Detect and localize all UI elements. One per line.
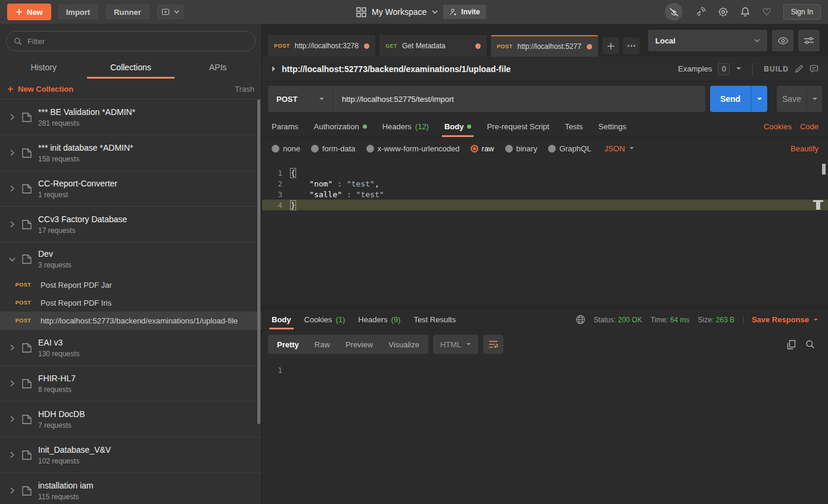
filter-input[interactable] xyxy=(27,37,248,46)
tab-body[interactable]: Body xyxy=(444,116,472,137)
cookies-link[interactable]: Cookies xyxy=(764,122,792,131)
tab-history[interactable]: History xyxy=(0,56,87,79)
environment-settings-button[interactable] xyxy=(798,30,820,51)
editor-scrollbar[interactable] xyxy=(822,164,826,175)
save-response-button[interactable]: Save Response xyxy=(743,315,818,324)
heart-icon[interactable]: ♡ xyxy=(762,7,771,17)
chevron-right-icon[interactable] xyxy=(6,452,18,458)
code-link[interactable]: Code xyxy=(800,122,818,131)
chevron-right-icon[interactable] xyxy=(6,344,18,351)
new-collection-button[interactable]: New Collection xyxy=(7,85,73,94)
request-item[interactable]: POST Post Report PDF Jar xyxy=(0,276,262,294)
workspace-selector[interactable]: My Workspace xyxy=(372,7,427,17)
response-format-select[interactable]: HTML xyxy=(433,335,478,354)
chevron-down-icon[interactable] xyxy=(6,257,18,262)
chevron-right-icon[interactable] xyxy=(6,221,18,228)
mode-urlencoded[interactable]: x-www-form-urlencoded xyxy=(366,144,460,153)
save-button[interactable]: Save xyxy=(777,86,807,112)
chevron-down-icon[interactable] xyxy=(432,10,438,14)
new-window-button[interactable] xyxy=(156,4,185,20)
tab-params[interactable]: Params xyxy=(272,116,298,137)
response-tab-cookies[interactable]: Cookies(1) xyxy=(304,310,345,329)
mode-binary[interactable]: binary xyxy=(505,144,537,153)
environment-select[interactable]: Local xyxy=(648,30,767,51)
tab-collections[interactable]: Collections xyxy=(87,56,174,79)
collection-item[interactable]: FHIR-HL78 requests xyxy=(0,366,262,402)
response-tab-test-results[interactable]: Test Results xyxy=(413,310,456,329)
response-body-editor[interactable]: 1 xyxy=(262,359,828,504)
settings-gear-icon[interactable] xyxy=(718,7,729,17)
build-label[interactable]: BUILD xyxy=(764,65,789,73)
import-button[interactable]: Import xyxy=(57,4,99,20)
workspace-grid-icon[interactable] xyxy=(356,7,366,17)
collection-item[interactable]: CC-Report-Converter1 request xyxy=(0,171,262,207)
send-options-button[interactable] xyxy=(751,86,767,112)
tab-headers[interactable]: Headers(12) xyxy=(382,116,429,137)
collection-item[interactable]: *** BE Validation *ADMIN*281 requests xyxy=(0,99,262,135)
language-select[interactable]: JSON xyxy=(604,144,634,153)
sign-in-button[interactable]: Sign In xyxy=(783,4,821,20)
invite-button[interactable]: Invite xyxy=(443,5,485,19)
chevron-right-icon[interactable] xyxy=(6,185,18,192)
collection-item-dev[interactable]: Dev3 requests xyxy=(0,242,262,276)
request-item[interactable]: POST Post Report PDF Iris xyxy=(0,294,262,312)
trash-button[interactable]: Trash xyxy=(235,85,254,94)
collection-item[interactable]: HDH DocDB7 requests xyxy=(0,402,262,437)
tab-prerequest-script[interactable]: Pre-request Script xyxy=(487,116,549,137)
tab-tests[interactable]: Tests xyxy=(565,116,583,137)
send-button[interactable]: Send xyxy=(710,86,751,112)
view-pretty[interactable]: Pretty xyxy=(269,335,307,354)
request-body-editor[interactable]: 1 { 2 "nom" : "test", 3 "salle" : "test"… xyxy=(262,159,828,310)
copy-icon[interactable] xyxy=(787,340,796,350)
globe-icon[interactable] xyxy=(575,315,586,325)
mode-form-data[interactable]: form-data xyxy=(311,144,356,153)
chevron-right-icon[interactable] xyxy=(6,114,18,120)
collection-item[interactable]: installation iam115 requests xyxy=(0,473,262,504)
url-input[interactable] xyxy=(334,95,705,104)
collection-item[interactable]: Init_Database_V&V102 requests xyxy=(0,437,262,473)
chevron-down-icon[interactable] xyxy=(736,67,742,71)
collection-item[interactable]: EAI v3130 requests xyxy=(0,330,262,366)
collection-item[interactable]: CCv3 Factory Database17 requests xyxy=(0,207,262,242)
chevron-right-icon[interactable] xyxy=(6,150,18,156)
response-tab-body[interactable]: Body xyxy=(272,310,291,329)
response-tab-headers[interactable]: Headers(9) xyxy=(358,310,400,329)
chevron-right-icon[interactable] xyxy=(6,487,18,494)
view-raw[interactable]: Raw xyxy=(307,335,338,354)
save-options-button[interactable] xyxy=(807,86,822,112)
offline-status-button[interactable] xyxy=(665,3,683,21)
sync-signal-icon[interactable] xyxy=(695,7,706,17)
new-button[interactable]: New xyxy=(7,4,51,20)
collection-item[interactable]: *** init database *ADMIN*158 requests xyxy=(0,135,262,171)
collapse-caret-icon[interactable] xyxy=(272,66,276,72)
chevron-right-icon[interactable] xyxy=(6,416,18,422)
sidebar-scrollbar[interactable] xyxy=(257,99,260,424)
environment-preview-button[interactable] xyxy=(772,30,793,51)
indent xyxy=(291,190,309,199)
tab-apis[interactable]: APIs xyxy=(175,56,262,79)
view-visualize[interactable]: Visualize xyxy=(381,335,427,354)
method-select[interactable]: POST xyxy=(268,86,334,112)
mode-none[interactable]: none xyxy=(272,144,300,153)
workspace-tab-active[interactable]: POST http://localhost:52773/... xyxy=(491,35,598,57)
runner-button[interactable]: Runner xyxy=(105,4,150,20)
tab-authorization[interactable]: Authorization xyxy=(314,116,367,137)
mode-raw[interactable]: raw xyxy=(471,144,494,153)
wrap-lines-button[interactable] xyxy=(483,335,503,354)
notifications-bell-icon[interactable] xyxy=(740,7,750,17)
request-item-selected[interactable]: POST http://localhost:52773/backend/exam… xyxy=(0,312,262,329)
edit-pencil-icon[interactable] xyxy=(795,64,804,73)
comments-icon[interactable] xyxy=(810,64,818,73)
examples-label[interactable]: Examples xyxy=(678,64,712,73)
mode-graphql[interactable]: GraphQL xyxy=(548,144,591,153)
chevron-right-icon[interactable] xyxy=(6,380,18,387)
beautify-link[interactable]: Beautify xyxy=(790,144,818,153)
new-tab-button[interactable] xyxy=(602,38,619,54)
workspace-tab[interactable]: POST http://localhost:32783/... xyxy=(268,35,375,57)
tab-options-button[interactable] xyxy=(623,38,640,54)
search-icon[interactable] xyxy=(805,340,815,349)
collection-icon xyxy=(18,183,36,195)
workspace-tab[interactable]: GET Get Metadata xyxy=(379,35,487,57)
tab-settings[interactable]: Settings xyxy=(599,116,627,137)
view-preview[interactable]: Preview xyxy=(338,335,381,354)
